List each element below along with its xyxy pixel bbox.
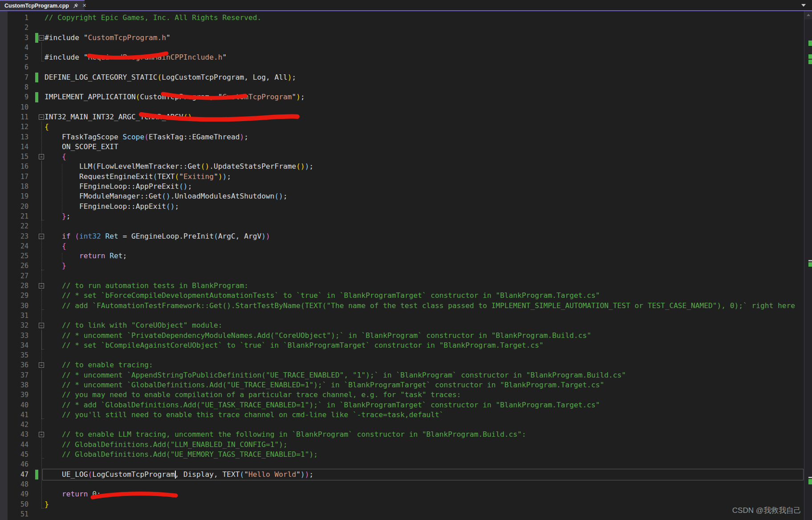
- code-line[interactable]: 10: [0, 102, 812, 112]
- vs-editor-window: CustomTcpProgram.cpp ✕ 1// Copyright Epi…: [0, 0, 812, 520]
- code-line[interactable]: 47 UE_LOG(LogCustomTcpProgram, Display, …: [0, 470, 812, 479]
- line-number: 35: [8, 350, 28, 360]
- line-number: 49: [8, 489, 28, 499]
- fold-region-tick: [41, 458, 44, 459]
- scrollbar-change-mark: [808, 262, 812, 267]
- line-number: 43: [8, 430, 28, 439]
- code-line[interactable]: 2: [0, 23, 812, 32]
- code-line[interactable]: 38 // * uncomment `GlobalDefinitions.Add…: [0, 380, 812, 390]
- code-line[interactable]: 39 // you may need to enable compilation…: [0, 390, 812, 400]
- code-line[interactable]: 16 LLM(FLowLevelMemTracker::Get().Update…: [0, 162, 812, 171]
- scrollbar-caret-mark: [808, 477, 812, 478]
- code-line[interactable]: 42: [0, 420, 812, 430]
- code-line[interactable]: 11−INT32_MAIN_INT32_ARGC_TCHAR_ARGV(): [0, 112, 812, 122]
- scrollbar-change-mark: [808, 479, 812, 484]
- line-number: 29: [8, 291, 28, 301]
- change-bar: [35, 73, 38, 82]
- code-line[interactable]: 22: [0, 221, 812, 231]
- change-bar: [35, 33, 38, 43]
- code-text: DEFINE_LOG_CATEGORY_STATIC(LogCustomTcpP…: [45, 73, 296, 82]
- code-text: {: [45, 152, 66, 162]
- code-line[interactable]: 12{: [0, 122, 812, 132]
- line-number: 50: [8, 500, 28, 509]
- line-number: 42: [8, 420, 28, 430]
- code-text: IMPLEMENT_APPLICATION(CustomTcpProgram, …: [45, 92, 305, 102]
- code-line[interactable]: 46: [0, 459, 812, 469]
- code-line[interactable]: 36− // to enable tracing:: [0, 360, 812, 370]
- line-number: 23: [8, 232, 28, 241]
- code-line[interactable]: 5#include "RequiredProgramMainCPPInclude…: [0, 53, 812, 62]
- code-line[interactable]: 31: [0, 311, 812, 321]
- code-line[interactable]: 33 // * uncomment `PrivateDependencyModu…: [0, 331, 812, 341]
- code-line[interactable]: 1// Copyright Epic Games, Inc. All Right…: [0, 13, 812, 23]
- code-text: }: [45, 500, 49, 509]
- fold-region-tick: [41, 349, 44, 349]
- fold-region-line: [41, 290, 42, 309]
- code-line[interactable]: 35: [0, 350, 812, 360]
- code-line[interactable]: 28− // to run automation tests in BlankP…: [0, 281, 812, 291]
- code-line[interactable]: 21 };: [0, 211, 812, 221]
- code-line[interactable]: 14 ON_SCOPE_EXIT: [0, 142, 812, 152]
- code-line[interactable]: 40 // * add `GlobalDefinitions.Add("UE_T…: [0, 400, 812, 410]
- code-text: {: [45, 122, 49, 132]
- code-line[interactable]: 43− // to enable LLM tracing, uncomment …: [0, 430, 812, 439]
- code-line[interactable]: 18 FEngineLoop::AppPreExit();: [0, 182, 812, 191]
- line-number: 40: [8, 400, 28, 410]
- line-number: 20: [8, 202, 28, 211]
- code-text: // to enable tracing:: [45, 360, 153, 370]
- code-line[interactable]: 48: [0, 479, 812, 489]
- code-line[interactable]: 3−#include "CustomTcpProgram.h": [0, 33, 812, 43]
- code-line[interactable]: 25 return Ret;: [0, 251, 812, 261]
- line-number: 15: [8, 152, 28, 162]
- code-line[interactable]: 34 // * set `bCompileAgainstCoreUObject`…: [0, 341, 812, 350]
- code-line[interactable]: 30 // add `FAutomationTestFramework::Get…: [0, 301, 812, 311]
- code-line[interactable]: 49 return 0;: [0, 489, 812, 499]
- code-line[interactable]: 19 FModuleManager::Get().UnloadModulesAt…: [0, 191, 812, 201]
- code-text: // * set `bCompileAgainstCoreUObject` to…: [45, 341, 544, 350]
- line-number: 5: [8, 53, 28, 62]
- code-line[interactable]: 20 FEngineLoop::AppExit();: [0, 202, 812, 211]
- file-tab[interactable]: CustomTcpProgram.cpp ✕: [0, 0, 85, 10]
- close-icon[interactable]: ✕: [82, 3, 86, 8]
- code-line[interactable]: 6: [0, 62, 812, 72]
- scrollbar-up-arrow-icon[interactable]: [804, 11, 812, 19]
- code-editor[interactable]: 1// Copyright Epic Games, Inc. All Right…: [0, 11, 812, 520]
- fold-region-line: [41, 161, 42, 219]
- code-line[interactable]: 27: [0, 271, 812, 281]
- code-line[interactable]: 45 // GlobalDefinitions.Add("UE_MEMORY_T…: [0, 450, 812, 459]
- code-line[interactable]: 17 RequestEngineExit(TEXT("Exiting"));: [0, 172, 812, 182]
- code-text: #include "RequiredProgramMainCPPInclude.…: [45, 53, 227, 62]
- indent-guide: [62, 253, 63, 263]
- code-line[interactable]: 41 // you'll still need to enable this t…: [0, 410, 812, 420]
- code-line[interactable]: 32− // to link with "CoreUObject" module…: [0, 321, 812, 330]
- line-number: 6: [8, 62, 28, 72]
- code-text: // GlobalDefinitions.Add("UE_MEMORY_TAGS…: [45, 450, 318, 459]
- watermark: CSDN @我救我自己: [732, 505, 801, 516]
- code-line[interactable]: 7DEFINE_LOG_CATEGORY_STATIC(LogCustomTcp…: [0, 73, 812, 82]
- line-number: 38: [8, 380, 28, 390]
- code-line[interactable]: 24 {: [0, 241, 812, 251]
- code-line[interactable]: 37 // * uncomment `AppendStringToPublicD…: [0, 370, 812, 380]
- code-text: // * uncomment `GlobalDefinitions.Add("U…: [45, 380, 604, 390]
- code-line[interactable]: 9IMPLEMENT_APPLICATION(CustomTcpProgram,…: [0, 92, 812, 102]
- code-line[interactable]: 50}: [0, 500, 812, 509]
- vertical-scrollbar[interactable]: [804, 11, 812, 520]
- code-line[interactable]: 13 FTaskTagScope Scope(ETaskTag::EGameTh…: [0, 132, 812, 142]
- line-number: 51: [8, 509, 28, 519]
- code-line[interactable]: 15− {: [0, 152, 812, 162]
- code-line[interactable]: 26 }: [0, 261, 812, 271]
- code-line[interactable]: 51: [0, 509, 812, 519]
- code-text: INT32_MAIN_INT32_ARGC_TCHAR_ARGV(): [45, 112, 192, 122]
- line-number: 30: [8, 301, 28, 311]
- line-number: 12: [8, 122, 28, 132]
- fold-toggle[interactable]: −: [39, 35, 44, 41]
- fold-toggle[interactable]: −: [39, 114, 44, 120]
- pushpin-icon[interactable]: [73, 3, 78, 8]
- code-line[interactable]: 8: [0, 82, 812, 92]
- chevron-down-icon[interactable]: [801, 4, 806, 7]
- code-line[interactable]: 44 // GlobalDefinitions.Add("LLM_ENABLED…: [0, 440, 812, 450]
- code-line[interactable]: 4: [0, 43, 812, 53]
- fold-region-tick: [41, 508, 44, 508]
- code-line[interactable]: 29 // * set `bForceCompileDevelopmentAut…: [0, 291, 812, 301]
- code-line[interactable]: 23− if (int32 Ret = GEngineLoop.PreInit(…: [0, 232, 812, 241]
